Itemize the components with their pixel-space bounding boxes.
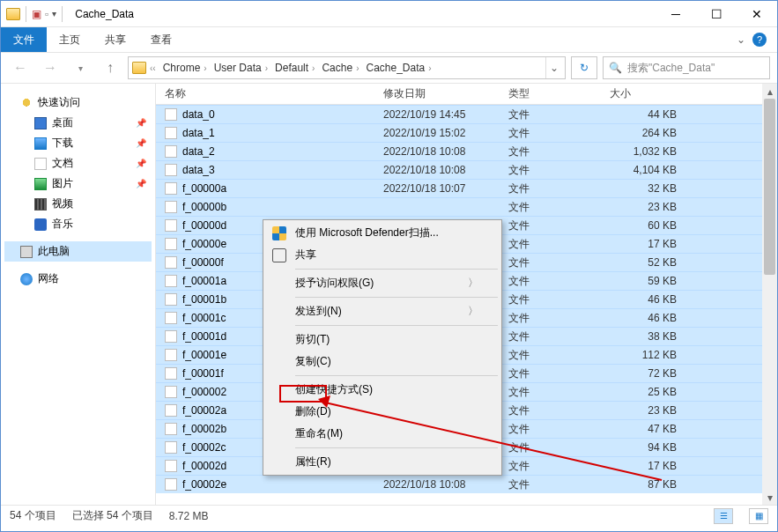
titlebar: ▣ ▫ ▾ Cache_Data ─ ☐ ✕ <box>1 1 777 27</box>
tab-share[interactable]: 共享 <box>93 27 138 52</box>
file-type: 文件 <box>508 311 610 326</box>
network-icon <box>20 273 33 285</box>
file-row[interactable]: data_02022/10/19 14:45文件44 KB <box>156 105 777 123</box>
context-delete[interactable]: 删除(D) <box>265 401 500 423</box>
file-type: 文件 <box>508 403 610 418</box>
file-size: 46 KB <box>610 312 687 324</box>
file-row[interactable]: data_12022/10/19 15:02文件264 KB <box>156 123 777 142</box>
file-row[interactable]: f_00002e2022/10/18 10:08文件87 KB <box>156 475 777 493</box>
picture-icon <box>34 178 47 190</box>
file-icon <box>165 330 177 343</box>
nav-history-dropdown[interactable]: ▾ <box>68 57 93 78</box>
file-type: 文件 <box>508 385 610 400</box>
col-type[interactable]: 类型 <box>508 86 610 101</box>
tab-view[interactable]: 查看 <box>138 27 184 52</box>
sidebar-item-network[interactable]: 网络 <box>4 269 152 289</box>
qat-new-icon[interactable]: ▫ <box>45 8 48 20</box>
file-row[interactable]: data_22022/10/18 10:08文件1,032 KB <box>156 142 777 160</box>
breadcrumb-segment[interactable]: User Data› <box>211 62 271 74</box>
file-type: 文件 <box>508 181 610 196</box>
nav-forward-button[interactable]: → <box>38 57 63 78</box>
context-shortcut[interactable]: 创建快捷方式(S) <box>265 379 500 401</box>
search-input[interactable]: 🔍 搜索"Cache_Data" <box>603 56 770 79</box>
file-icon <box>165 404 177 417</box>
minimize-button[interactable]: ─ <box>656 1 696 27</box>
breadcrumb-segment[interactable]: Cache› <box>318 62 362 74</box>
sidebar-item-music[interactable]: 音乐 <box>4 214 152 234</box>
chevron-right-icon: › <box>265 63 268 73</box>
breadcrumb-root-chevron[interactable]: ‹‹ <box>150 63 156 73</box>
nav-up-button[interactable]: ↑ <box>98 57 122 78</box>
pin-icon: 📌 <box>136 118 146 128</box>
ribbon: 文件 主页 共享 查看 ⌄ ? <box>1 27 777 52</box>
file-size: 60 KB <box>610 219 687 232</box>
file-name: f_00002d <box>182 460 226 472</box>
scrollbar[interactable]: ▴ ▾ <box>762 84 777 505</box>
breadcrumb-segment[interactable]: Cache_Data› <box>362 62 434 74</box>
maximize-button[interactable]: ☐ <box>696 1 737 27</box>
sidebar-item-videos[interactable]: 视频 <box>4 194 152 214</box>
search-placeholder: 搜索"Cache_Data" <box>627 61 715 76</box>
context-sendto[interactable]: 发送到(N)〉 <box>265 300 500 322</box>
pin-icon: 📌 <box>136 138 146 148</box>
file-row[interactable]: f_00000b文件23 KB <box>156 197 777 216</box>
file-icon <box>165 423 177 435</box>
sidebar-item-documents[interactable]: 文档📌 <box>4 153 152 174</box>
ribbon-expand-icon[interactable]: ⌄ <box>737 33 745 46</box>
file-row[interactable]: data_32022/10/18 10:08文件4,104 KB <box>156 160 777 179</box>
close-button[interactable]: ✕ <box>737 1 777 27</box>
context-scan[interactable]: 使用 Microsoft Defender扫描... <box>265 222 500 244</box>
tab-file[interactable]: 文件 <box>1 27 47 52</box>
file-type: 文件 <box>508 440 610 455</box>
view-thumbnails-button[interactable]: ▦ <box>749 508 768 524</box>
col-size[interactable]: 大小 <box>610 86 687 101</box>
scroll-down-icon[interactable]: ▾ <box>762 490 777 505</box>
help-icon[interactable]: ? <box>752 33 767 47</box>
context-copy[interactable]: 复制(C) <box>265 351 500 373</box>
file-size: 1,032 KB <box>610 145 687 158</box>
star-icon <box>20 97 33 109</box>
context-rename[interactable]: 重命名(M) <box>265 423 500 445</box>
file-size: 17 KB <box>610 238 687 250</box>
qat-separator <box>26 6 26 22</box>
file-type: 文件 <box>508 477 610 492</box>
context-share[interactable]: 共享 <box>265 244 500 266</box>
file-row[interactable]: f_00000a2022/10/18 10:07文件32 KB <box>156 179 777 197</box>
qat-dropdown-icon[interactable]: ▾ <box>52 9 56 18</box>
breadcrumb-segment[interactable]: Chrome› <box>159 62 211 74</box>
context-menu: 使用 Microsoft Defender扫描... 共享 授予访问权限(G)〉… <box>263 219 502 476</box>
sidebar-item-downloads[interactable]: 下载📌 <box>4 133 152 153</box>
col-date[interactable]: 修改日期 <box>383 86 508 101</box>
tab-home[interactable]: 主页 <box>47 27 93 52</box>
file-type: 文件 <box>508 329 610 344</box>
file-size: 52 KB <box>610 256 687 269</box>
scroll-track[interactable] <box>762 99 777 490</box>
address-box[interactable]: ‹‹ Chrome›User Data›Default›Cache›Cache_… <box>128 56 566 79</box>
file-icon <box>165 108 177 121</box>
sidebar-item-desktop[interactable]: 桌面📌 <box>4 113 152 133</box>
breadcrumb-segment[interactable]: Default› <box>271 62 318 74</box>
nav-back-button[interactable]: ← <box>8 57 33 78</box>
context-cut[interactable]: 剪切(T) <box>265 329 500 351</box>
address-dropdown-icon[interactable]: ⌄ <box>545 57 561 78</box>
view-details-button[interactable]: ☰ <box>714 508 733 524</box>
file-type: 文件 <box>508 126 610 141</box>
file-name: data_3 <box>182 164 215 176</box>
sidebar-item-thispc[interactable]: 此电脑 <box>4 241 152 262</box>
context-grant[interactable]: 授予访问权限(G)〉 <box>265 272 500 294</box>
scroll-up-icon[interactable]: ▴ <box>762 84 777 99</box>
qat-props-icon[interactable]: ▣ <box>32 8 41 20</box>
file-icon <box>165 367 177 380</box>
quick-access-toolbar: ▣ ▫ ▾ <box>1 6 70 22</box>
sidebar-quick-access[interactable]: 快速访问 <box>4 92 152 113</box>
col-name[interactable]: 名称 <box>165 86 383 101</box>
refresh-button[interactable]: ↻ <box>571 56 597 79</box>
context-props[interactable]: 属性(R) <box>265 451 500 473</box>
scroll-thumb[interactable] <box>764 99 775 275</box>
sidebar-item-pictures[interactable]: 图片📌 <box>4 174 152 194</box>
search-icon: 🔍 <box>609 62 622 74</box>
file-size: 264 KB <box>610 127 687 139</box>
file-size: 112 KB <box>610 349 687 361</box>
desktop-icon <box>34 117 47 129</box>
file-date: 2022/10/18 10:08 <box>383 145 508 158</box>
